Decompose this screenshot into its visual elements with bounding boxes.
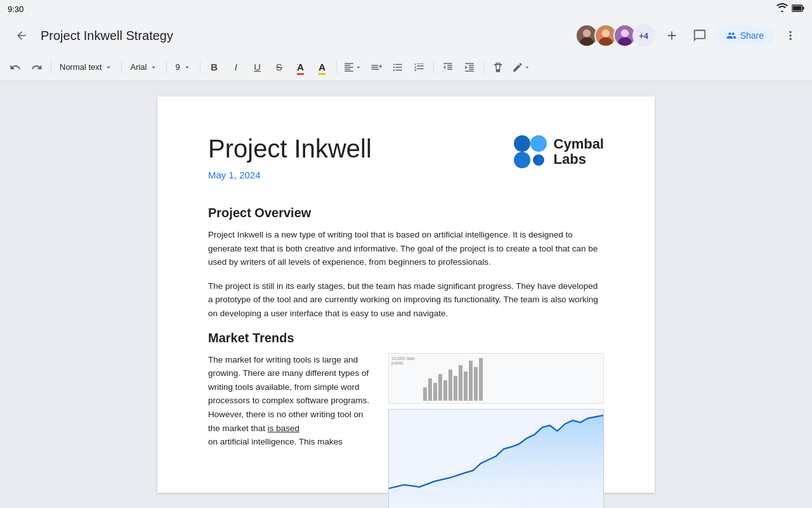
decrease-indent-button[interactable] [438, 57, 458, 77]
nav-right: +4 Share [575, 24, 802, 47]
chart-bar [423, 387, 427, 401]
status-icons [776, 3, 804, 15]
document-title: Project Inkwell Strategy [41, 29, 568, 43]
market-content: The market for writing tools is large an… [208, 353, 604, 508]
svg-point-12 [514, 135, 530, 152]
checklist-button[interactable] [366, 57, 386, 77]
divider-6 [433, 61, 434, 74]
document-area: Project Inkwell May 1, 2024 Cymbal Labs [0, 81, 812, 508]
underline-button[interactable]: U [247, 57, 268, 77]
status-time: 9:30 [8, 4, 23, 14]
increase-indent-button[interactable] [459, 57, 480, 77]
italic-label: I [235, 62, 237, 72]
chart-label-top: 10,000 data points [391, 356, 423, 365]
overview-paragraph-2: The project is still in its early stages… [208, 279, 604, 321]
divider-3 [166, 61, 167, 74]
numbered-list-button[interactable] [409, 57, 429, 77]
style-value: Normal text [60, 62, 102, 72]
chart-bar [459, 365, 462, 401]
size-value: 9 [175, 62, 180, 72]
chart-bar [438, 374, 442, 401]
italic-button[interactable]: I [226, 57, 246, 77]
market-heading: Market Trends [208, 331, 604, 345]
svg-point-11 [618, 37, 631, 47]
document-page: Project Inkwell May 1, 2024 Cymbal Labs [157, 97, 655, 493]
svg-point-8 [599, 37, 612, 47]
svg-point-4 [582, 29, 590, 37]
bullet-list-button[interactable] [388, 57, 408, 77]
chart-bar [469, 361, 473, 401]
line-chart-svg [389, 410, 603, 508]
document-main-title: Project Inkwell [208, 135, 372, 163]
chart-bar [433, 383, 437, 401]
text-color-button[interactable]: A [291, 57, 311, 77]
market-trends-section: Market Trends The market for writing too… [208, 331, 604, 508]
cymbal-logo-icon [513, 135, 547, 169]
back-button[interactable] [10, 24, 33, 47]
paragraph-style-selector[interactable]: Normal text [55, 57, 117, 77]
font-value: Arial [130, 62, 147, 72]
clear-format-button[interactable] [488, 57, 508, 77]
status-bar: 9:30 [0, 0, 812, 18]
formatting-toolbar: Normal text Arial 9 B I U S A A [0, 53, 812, 81]
top-nav: Project Inkwell Strategy +4 Share [0, 18, 812, 53]
large-line-chart [388, 409, 604, 508]
add-collaborator-button[interactable] [660, 24, 683, 47]
cymbal-text: Cymbal Labs [554, 137, 604, 167]
project-overview-section: Project Overview Project Inkwell is a ne… [208, 206, 604, 321]
small-bar-chart: 10,000 data points [388, 353, 604, 404]
battery-icon [792, 3, 804, 15]
title-date-block: Project Inkwell May 1, 2024 [208, 135, 372, 180]
cymbal-subtitle: Labs [554, 152, 604, 167]
divider-7 [483, 61, 484, 74]
chart-bar [428, 378, 432, 401]
chart-bar [454, 376, 457, 401]
overview-heading: Project Overview [208, 206, 604, 220]
chart-bars-container [423, 356, 601, 401]
edit-mode-button[interactable] [509, 57, 534, 77]
document-header: Project Inkwell May 1, 2024 Cymbal Labs [208, 135, 604, 180]
svg-rect-2 [793, 6, 802, 11]
cymbal-logo: Cymbal Labs [513, 135, 604, 169]
document-date: May 1, 2024 [208, 170, 372, 180]
bold-button[interactable]: B [204, 57, 225, 77]
share-button[interactable]: Share [716, 25, 774, 46]
share-label: Share [740, 30, 764, 41]
redo-button[interactable] [27, 57, 47, 77]
divider-5 [336, 61, 337, 74]
highlight-button[interactable]: A [312, 57, 332, 77]
market-underline-text: is based [268, 424, 299, 433]
undo-button[interactable] [5, 57, 25, 77]
chart-bar [449, 370, 452, 401]
divider-2 [121, 61, 122, 74]
svg-point-5 [580, 37, 593, 47]
svg-point-15 [533, 154, 544, 166]
bold-label: B [211, 62, 218, 72]
wifi-icon [776, 3, 788, 15]
cymbal-company: Cymbal [554, 137, 604, 152]
overview-paragraph-1: Project Inkwell is a new type of writing… [208, 228, 604, 269]
font-selector[interactable]: Arial [126, 57, 162, 77]
chart-bar [464, 371, 468, 401]
comment-button[interactable] [688, 24, 711, 47]
chart-bar [479, 358, 483, 401]
strikethrough-button[interactable]: S [269, 57, 289, 77]
svg-point-13 [530, 135, 547, 152]
font-size-selector[interactable]: 9 [171, 57, 195, 77]
svg-point-14 [514, 152, 530, 168]
alignment-button[interactable] [341, 57, 365, 77]
charts-area: 10,000 data points [388, 353, 604, 508]
chart-bar [443, 380, 447, 401]
svg-point-7 [601, 29, 609, 37]
svg-rect-1 [803, 7, 804, 10]
extra-avatars-count[interactable]: +4 [632, 24, 655, 47]
chart-bar [474, 367, 478, 401]
divider-4 [200, 61, 200, 74]
collaborator-avatars: +4 [575, 24, 655, 47]
strikethrough-label: S [276, 62, 282, 72]
market-text-block: The market for writing tools is large an… [208, 353, 376, 508]
more-options-button[interactable] [779, 24, 802, 47]
underline-label: U [254, 62, 261, 72]
divider-1 [51, 61, 51, 74]
chart-labels: 10,000 data points [391, 356, 423, 401]
